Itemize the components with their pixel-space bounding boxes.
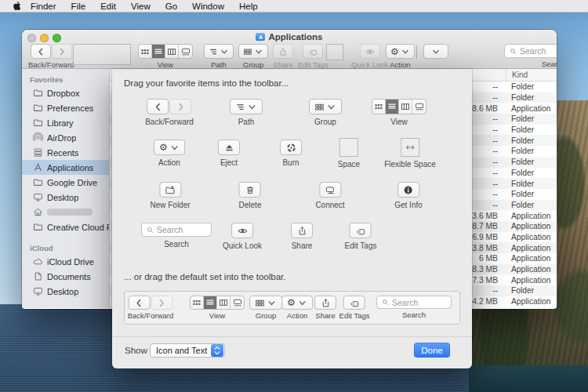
quick-look-button[interactable] [360,44,380,59]
default-toolbar-set[interactable]: Back/Forward View Group ⚙ Action [124,291,460,325]
share-button[interactable] [291,223,313,238]
icon-view-icon[interactable] [191,296,204,309]
action-button[interactable]: ⚙ [386,44,415,59]
sheet-item-edit-tags[interactable]: Edit Tags [345,223,377,250]
list-view-icon[interactable] [204,296,217,309]
sheet-item-view[interactable]: View [372,99,426,126]
menu-item[interactable]: Window [192,0,224,13]
sheet-item-path[interactable]: Path [230,99,263,126]
sidebar-item[interactable]: Documents [22,269,109,284]
column-view-icon[interactable] [165,45,179,58]
sheet-item-get-info[interactable]: Get Info [394,182,423,209]
flexible-space-label: Flexible Space [384,160,436,169]
icon-view-icon[interactable] [139,45,152,58]
sheet-item-new-folder[interactable]: New Folder [150,182,190,209]
chevron-down-icon [254,47,263,56]
back-button[interactable] [31,44,51,59]
search-input[interactable]: Search [504,44,557,58]
sheet-item-action[interactable]: ⚙ Action [154,140,185,167]
sheet-item-burn[interactable]: Burn [280,140,302,167]
menu-item[interactable]: Go [165,0,177,13]
sheet-item-connect[interactable]: Connect [315,182,344,209]
icon-view-icon[interactable] [372,100,386,114]
sheet-item-search[interactable]: Search Search [141,223,212,249]
menu-item[interactable]: File [71,0,86,13]
share-button[interactable] [314,296,336,310]
forward-button[interactable] [170,99,192,114]
forward-button[interactable] [52,44,72,59]
toolbar-drop-placeholder[interactable] [73,44,131,65]
sheet-item-delete[interactable]: Delete [239,182,262,209]
menu-item[interactable]: View [131,0,151,13]
group-button[interactable] [238,44,268,59]
gallery-view-icon[interactable] [179,45,192,58]
action-button[interactable]: ⚙ [154,140,185,155]
customize-toolbar-sheet: Drag your favorite items into the toolba… [112,69,472,368]
sidebar-item[interactable]: Desktop [22,284,109,299]
share-button[interactable] [273,44,293,59]
view-segmented-control[interactable] [138,44,193,59]
edit-tags-button[interactable] [303,44,323,59]
apple-menu-icon[interactable] [13,1,23,11]
sidebar-item[interactable]: Library [22,115,109,130]
sidebar-item[interactable]: iCloud Drive [22,254,109,269]
sidebar-item[interactable]: Dropbox [22,85,109,100]
kind-column-header[interactable]: Kind [506,69,557,81]
sidebar-item[interactable]: Applications [22,160,109,175]
sidebar-item[interactable]: Google Drive [22,175,109,190]
path-button[interactable] [204,44,234,59]
burn-button[interactable] [280,140,302,155]
sidebar-item[interactable] [22,205,109,220]
sidebar-item[interactable]: Preferences [22,100,109,115]
sheet-item-space[interactable]: Space [338,138,360,169]
menu-item[interactable]: Finder [31,0,56,13]
list-view-icon[interactable] [152,45,165,58]
search-input[interactable]: Search [376,296,452,309]
show-mode-select[interactable]: Icon and Text [150,343,225,358]
done-button[interactable]: Done [414,343,450,358]
sheet-item-group[interactable]: Group [309,99,342,126]
sheet-item-flexible-space[interactable]: Flexible Space [384,138,436,169]
back-button[interactable] [128,296,150,310]
gallery-view-icon[interactable] [412,100,426,114]
sidebar-item[interactable]: Creative Cloud File [22,220,109,234]
quick-look-button[interactable] [231,223,253,238]
toolbar-space [326,44,343,60]
forward-button[interactable] [151,296,172,310]
list-view-icon[interactable] [386,100,399,114]
toolbar-dropdown-button[interactable] [423,44,448,59]
delete-button[interactable] [239,182,261,198]
sheet-item-eject[interactable]: Eject [218,140,240,167]
path-button[interactable] [230,99,263,114]
get-info-button[interactable] [397,182,419,198]
action-button[interactable]: ⚙ [281,296,313,310]
select-stepper-icon[interactable] [211,344,223,357]
sidebar-item[interactable]: Desktop [22,190,109,205]
edit-tags-label: Edit Tags [339,311,370,320]
sheet-item-back-forward[interactable]: Back/Forward [145,99,194,126]
column-view-icon[interactable] [399,100,412,114]
sidebar-item[interactable]: AirDrop [22,130,109,145]
group-button[interactable] [249,296,282,310]
flexible-space-placeholder[interactable] [401,138,419,157]
menu-item[interactable]: Edit [100,0,116,13]
view-segmented-control[interactable] [372,99,426,114]
menu-item[interactable]: Help [239,0,258,13]
connect-button[interactable] [319,182,341,198]
group-button[interactable] [309,99,342,114]
edit-tags-button[interactable] [350,223,372,238]
gallery-view-icon[interactable] [230,296,244,309]
eject-button[interactable] [218,140,240,155]
sheet-item-share[interactable]: Share [291,223,313,250]
space-placeholder[interactable] [326,44,343,60]
space-placeholder[interactable] [339,138,358,157]
view-segmented-control[interactable] [190,296,245,310]
sheet-item-quick-look[interactable]: Quick Look [223,223,262,250]
back-button[interactable] [147,99,169,114]
column-view-icon[interactable] [217,296,230,309]
edit-tags-button[interactable] [343,296,365,310]
new-folder-button[interactable] [159,182,181,198]
share-label: Share [315,311,335,320]
sidebar-item[interactable]: Recents [22,145,109,160]
search-input[interactable]: Search [141,223,212,237]
